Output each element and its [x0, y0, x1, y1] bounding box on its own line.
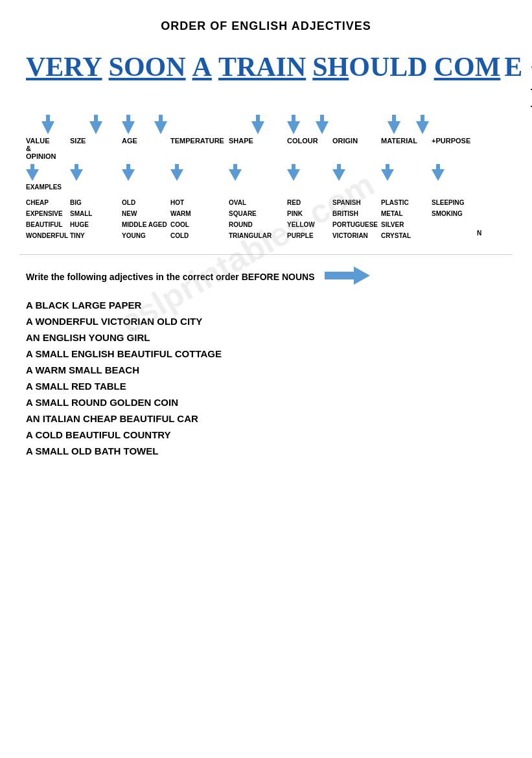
ex-yellow: YELLOW — [287, 219, 332, 230]
svg-marker-4 — [251, 115, 264, 134]
exercise-item-2: A WONDERFUL VICTORIAN OLD CITY — [26, 316, 513, 327]
mnemonic-come: COM — [434, 51, 501, 82]
svg-marker-14 — [287, 164, 300, 181]
ex-hot: HOT — [170, 197, 229, 208]
svg-marker-11 — [122, 164, 135, 181]
mnemonic-section: VERY SOON A TRAIN SHOULD COME + NOUN — [19, 51, 513, 241]
ex-smoking: SMOKING — [432, 208, 477, 219]
arrows-from-mnemonic — [19, 115, 531, 134]
sub-arrow-temperature — [170, 164, 183, 181]
ex-wonderful: WONDERFUL — [26, 230, 70, 241]
svg-marker-6 — [316, 115, 329, 134]
ex-warm: WARM — [170, 208, 229, 219]
exercise-item-1: A BLACK LARGE PAPER — [26, 300, 513, 311]
cat-label-temperature: TEMPERATURE — [170, 137, 229, 160]
ex-big: BIG — [70, 197, 122, 208]
ex-cool: COOL — [170, 219, 229, 230]
cat-label-material: MATERIAL — [381, 137, 432, 160]
svg-marker-15 — [332, 164, 345, 181]
exercise-item-4: A SMALL ENGLISH BEAUTIFUL COTTAGE — [26, 348, 513, 359]
sub-arrow-origin — [332, 164, 345, 181]
cat-label-purpose: +PURPOSE — [432, 137, 477, 160]
exercise-item-9: A COLD BEAUTIFUL COUNTRY — [26, 429, 513, 440]
ex-beautiful: BEAUTIFUL — [26, 219, 70, 230]
arrow-value — [41, 115, 54, 134]
sub-arrow-age — [122, 164, 135, 181]
arrow-colour — [287, 115, 300, 134]
exercise-instruction: Write the following adjectives in the co… — [26, 265, 513, 288]
arrow-right-icon — [325, 265, 370, 288]
cat-label-shape: SHAPE — [229, 137, 287, 160]
category-labels-row: VALUE&OPINION SIZE AGE TEMPERATURE SHAPE… — [19, 137, 531, 160]
ex-metal: METAL — [381, 208, 432, 219]
svg-marker-8 — [416, 115, 429, 134]
svg-marker-12 — [170, 164, 183, 181]
svg-marker-10 — [70, 164, 83, 181]
exercise-item-5: A WARM SMALL BEACH — [26, 364, 513, 375]
ex-cold: COLD — [170, 230, 229, 241]
exercise-item-8: AN ITALIAN CHEAP BEAUTIFUL CAR — [26, 413, 513, 424]
arrow-size — [89, 115, 102, 134]
ex-tiny: TINY — [70, 230, 122, 241]
ex-middle-aged: MIDDLE AGED — [122, 219, 170, 230]
ex-young: YOUNG — [122, 230, 170, 241]
arrow-purpose — [416, 115, 429, 134]
example-col-age: OLD NEW MIDDLE AGED YOUNG — [122, 197, 170, 241]
sub-arrow-colour — [287, 164, 300, 181]
sub-arrows-row — [19, 164, 531, 181]
sub-arrow-material — [381, 164, 394, 181]
example-col-size: BIG SMALL HUGE TINY — [70, 197, 122, 241]
mnemonic-a: A — [192, 51, 212, 82]
ex-crystal: CRYSTAL — [381, 230, 432, 241]
exercise-item-6: A SMALL RED TABLE — [26, 381, 513, 392]
sub-arrow-purpose — [432, 164, 445, 181]
ex-round: ROUND — [229, 219, 287, 230]
svg-marker-18 — [325, 266, 370, 285]
cat-label-age: AGE — [122, 137, 170, 160]
svg-marker-16 — [381, 164, 394, 181]
cat-label-value: VALUE&OPINION — [26, 137, 70, 160]
example-col-value: CHEAP EXPENSIVE BEAUTIFUL WONDERFUL — [26, 197, 70, 241]
svg-marker-7 — [387, 115, 400, 134]
sub-arrow-shape — [229, 164, 242, 181]
example-col-colour: RED PINK YELLOW PURPLE — [287, 197, 332, 241]
arrow-temperature — [154, 115, 167, 134]
svg-marker-17 — [432, 164, 445, 181]
example-col-origin: SPANISH BRITISH PORTUGUESE VICTORIAN — [332, 197, 381, 241]
example-col-shape: OVAL SQUARE ROUND TRIANGULAR — [229, 197, 287, 241]
exercise-section: Write the following adjectives in the co… — [19, 265, 513, 456]
arrow-shape — [251, 115, 264, 134]
exercise-item-7: A SMALL ROUND GOLDEN COIN — [26, 397, 513, 408]
ex-cheap: CHEAP — [26, 197, 70, 208]
sub-arrow-size — [70, 164, 83, 181]
ex-triangular: TRIANGULAR — [229, 230, 287, 241]
exercise-item-3: AN ENGLISH YOUNG GIRL — [26, 332, 513, 343]
sub-arrow-value — [26, 164, 39, 181]
ex-huge: HUGE — [70, 219, 122, 230]
ex-sleeping: SLEEPING — [432, 197, 477, 208]
ex-silver: SILVER — [381, 219, 432, 230]
ex-expensive: EXPENSIVE — [26, 208, 70, 219]
example-col-temp: HOT WARM COOL COLD — [170, 197, 229, 241]
ex-red: RED — [287, 197, 332, 208]
arrow-origin — [316, 115, 329, 134]
page-title: ORDER OF ENGLISH ADJECTIVES — [19, 19, 513, 33]
examples-sub-label: EXAMPLES — [19, 184, 513, 191]
ex-new: NEW — [122, 208, 170, 219]
svg-marker-5 — [287, 115, 300, 134]
ex-plastic: PLASTIC — [381, 197, 432, 208]
section-divider — [19, 254, 513, 255]
svg-marker-1 — [89, 115, 102, 134]
svg-marker-0 — [41, 115, 54, 134]
ex-square: SQUARE — [229, 208, 287, 219]
example-col-material: PLASTIC METAL SILVER CRYSTAL — [381, 197, 432, 241]
cat-label-origin: ORIGIN — [332, 137, 381, 160]
mnemonic-train: TRAIN — [218, 51, 306, 82]
mnemonic-very: VERY — [26, 51, 102, 82]
exercise-list: A BLACK LARGE PAPER A WONDERFUL VICTORIA… — [26, 300, 513, 456]
ex-pink: PINK — [287, 208, 332, 219]
svg-marker-3 — [154, 115, 167, 134]
mnemonic-soon: SOON — [109, 51, 186, 82]
exercise-item-10: A SMALL OLD BATH TOWEL — [26, 445, 513, 456]
example-col-purpose: SLEEPING SMOKING — [432, 197, 477, 241]
